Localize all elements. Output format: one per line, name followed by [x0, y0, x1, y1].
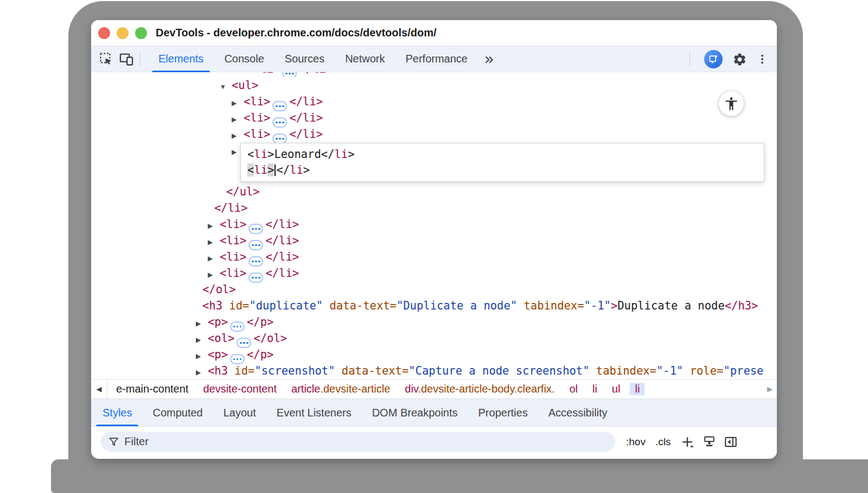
- edit-as-html-overlay[interactable]: <li>Leonard</li><li></li>: [240, 143, 764, 182]
- expand-arrow[interactable]: ▶: [208, 267, 220, 283]
- dom-tree-row[interactable]: ▶<p></p>: [91, 314, 777, 330]
- ai-assistant-icon: [708, 54, 719, 65]
- gear-icon: [732, 52, 747, 67]
- dom-tree-row-clipped[interactable]: <li></li>: [91, 72, 777, 77]
- menu-button[interactable]: [754, 51, 770, 67]
- code-token-tag: <li>: [244, 111, 270, 124]
- tab-dom-breakpoints[interactable]: DOM Breakpoints: [362, 399, 468, 426]
- code-token-tag: li: [334, 148, 348, 161]
- hov-button[interactable]: :hov: [626, 436, 646, 448]
- tab-console[interactable]: Console: [214, 46, 274, 72]
- code-token-tag: <ul>: [232, 79, 258, 92]
- dom-tree-row[interactable]: ▶<li></li>: [91, 265, 777, 281]
- code-token-tag: <h3: [202, 299, 222, 312]
- code-token-tag: <h3: [208, 364, 228, 377]
- breadcrumb-item-article-devsite-article[interactable]: article.devsite-article: [291, 383, 390, 395]
- expand-arrow[interactable]: ▶: [232, 95, 244, 111]
- device-toolbar-icon[interactable]: [118, 51, 135, 67]
- code-token-val: "screenshot": [254, 364, 335, 377]
- dom-tree-row[interactable]: </ol>: [91, 281, 777, 298]
- dom-tree-row[interactable]: ▼<ul>: [91, 77, 777, 93]
- dom-tree-row[interactable]: ▶<li></li>: [91, 232, 777, 249]
- filter-pill[interactable]: [101, 432, 615, 452]
- breadcrumb-item-li[interactable]: li: [630, 383, 644, 395]
- new-style-rule-button[interactable]: [679, 434, 695, 450]
- dom-tree-row[interactable]: ▶<p></p>: [91, 346, 777, 363]
- expand-arrow[interactable]: ▶: [232, 111, 244, 128]
- breadcrumb-item-div-devsite-article-body-clearfix-[interactable]: div.devsite-article-body.clearfix.: [405, 383, 554, 395]
- window-title: DevTools - developer.chrome.com/docs/dev…: [156, 27, 437, 39]
- breadcrumb-item-e-main-content[interactable]: e-main-content: [116, 383, 188, 395]
- filter-input[interactable]: [124, 435, 608, 448]
- expand-arrow[interactable]: ▶: [196, 364, 208, 379]
- dom-tree-row[interactable]: </ul>: [91, 184, 777, 200]
- expand-arrow[interactable]: ▶: [196, 332, 208, 348]
- accessibility-button[interactable]: [719, 91, 744, 116]
- code-token-tag: <p>: [208, 348, 228, 361]
- breadcrumb-item-ol[interactable]: ol: [569, 383, 578, 395]
- settings-button[interactable]: [731, 51, 748, 67]
- tab-network[interactable]: Network: [335, 46, 395, 72]
- tab-computed[interactable]: Computed: [142, 399, 213, 426]
- expand-inline-button[interactable]: [248, 273, 263, 283]
- dom-tree-row[interactable]: </li>: [91, 200, 777, 216]
- dom-tree-row[interactable]: ▶<li></li>: [91, 249, 777, 265]
- funnel-icon: [108, 437, 119, 447]
- code-token-tag: </p>: [247, 348, 273, 361]
- styles-panel-tabs: StylesComputedLayoutEvent ListenersDOM B…: [91, 399, 777, 427]
- edit-as-html-line: <li></li>: [247, 162, 764, 178]
- code-token-tag: <li>: [253, 72, 280, 75]
- code-token-val: "Duplicate a node": [397, 299, 517, 312]
- code-token-txt: Leonard: [274, 148, 321, 161]
- code-token-tag: <ol>: [208, 332, 234, 345]
- code-token-val: "Capture a node screenshot": [409, 364, 589, 377]
- expand-arrow[interactable]: ▶: [208, 250, 220, 267]
- dom-tree-row[interactable]: <h3 id="duplicate" data-text="Duplicate …: [91, 298, 777, 314]
- minimize-button[interactable]: [117, 27, 129, 39]
- zoom-button[interactable]: [135, 27, 147, 39]
- tab-styles[interactable]: Styles: [92, 399, 142, 426]
- tab-properties[interactable]: Properties: [468, 399, 538, 426]
- expand-arrow[interactable]: ▶: [208, 234, 220, 250]
- code-token-tag: </li>: [214, 201, 248, 214]
- code-token-val: "-1": [656, 364, 683, 377]
- toggle-sidebar-button[interactable]: [723, 434, 739, 450]
- dom-tree-row[interactable]: ▶<h3 id="screenshot" data-text="Capture …: [91, 363, 777, 379]
- tab-elements[interactable]: Elements: [148, 46, 214, 72]
- breadcrumb-item-devsite-content[interactable]: devsite-content: [203, 383, 277, 395]
- expand-arrow[interactable]: ▶: [196, 348, 208, 364]
- dom-tree-row[interactable]: ▶<li></li>: [91, 110, 777, 126]
- ai-assistant-button[interactable]: [704, 50, 723, 68]
- code-token-tag: </li>: [265, 250, 299, 263]
- dom-row-editing[interactable]: ▶<li>Leonard</li><li></li>: [91, 142, 777, 184]
- dom-tree-row[interactable]: ▶<li></li>: [91, 126, 777, 142]
- code-token-tag: <li>: [244, 95, 270, 108]
- dom-tree-row[interactable]: ▶<li></li>: [91, 93, 777, 110]
- expand-arrow[interactable]: ▶: [196, 315, 208, 332]
- tab-event-listeners[interactable]: Event Listeners: [266, 399, 362, 426]
- code-token-tag: </ol>: [202, 283, 236, 296]
- tab-layout[interactable]: Layout: [213, 399, 266, 426]
- close-button[interactable]: [98, 27, 110, 39]
- cls-button[interactable]: .cls: [655, 436, 671, 448]
- breadcrumb-scroll-left[interactable]: ◀: [91, 380, 107, 399]
- tab-sources[interactable]: Sources: [275, 46, 335, 72]
- breadcrumb-item-ul[interactable]: ul: [612, 383, 621, 395]
- tab-accessibility[interactable]: Accessibility: [538, 399, 618, 426]
- tab-performance[interactable]: Performance: [395, 46, 478, 72]
- code-token-val: "prese: [723, 364, 763, 377]
- rendering-emulations-button[interactable]: [701, 434, 717, 450]
- breadcrumb-scroll-right[interactable]: ▶: [763, 385, 777, 393]
- more-tabs-button[interactable]: [478, 47, 501, 72]
- inspect-icon[interactable]: [98, 51, 114, 67]
- collapse-arrow[interactable]: ▼: [220, 79, 232, 95]
- expand-arrow[interactable]: ▶: [232, 128, 244, 144]
- dom-tree-row[interactable]: ▶<li></li>: [91, 216, 777, 232]
- accessibility-icon: [724, 96, 739, 111]
- code-token-tag: <li>: [220, 250, 246, 263]
- panel-tabs: ElementsConsoleSourcesNetworkPerformance: [148, 46, 478, 72]
- expand-inline-button[interactable]: [282, 72, 297, 77]
- breadcrumb-item-li[interactable]: li: [592, 383, 597, 395]
- dom-tree-row[interactable]: ▶<ol></ol>: [91, 330, 777, 346]
- expand-arrow[interactable]: ▶: [208, 218, 220, 234]
